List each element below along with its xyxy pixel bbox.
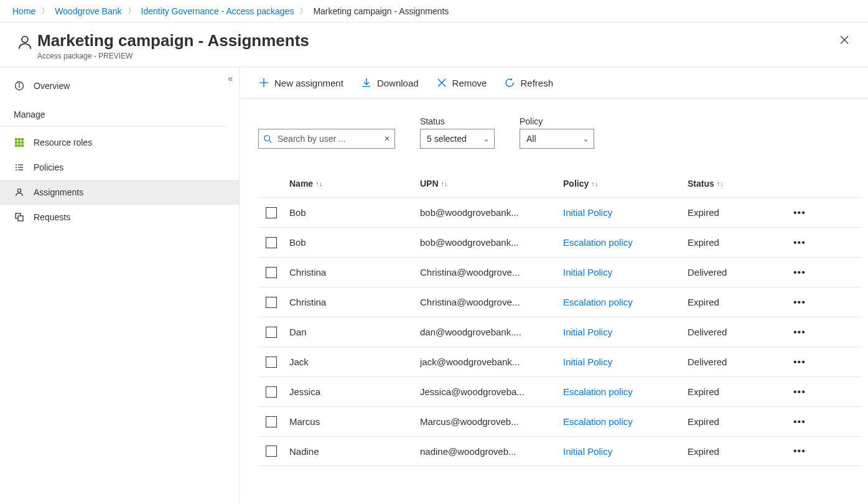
cell-policy-link[interactable]: Initial Policy — [563, 267, 688, 278]
sidebar-item-label: Requests — [34, 212, 70, 222]
cell-upn: nadine@woodgroveb... — [420, 446, 563, 457]
new-assignment-button[interactable]: New assignment — [258, 77, 343, 88]
sidebar-item-label: Resource roles — [34, 138, 92, 147]
cell-name: Bob — [289, 237, 420, 248]
chevron-right-icon: 〉 — [128, 6, 135, 16]
sidebar-item-requests[interactable]: Requests — [0, 205, 239, 230]
row-more-button[interactable]: ••• — [793, 446, 831, 457]
breadcrumb-home[interactable]: Home — [12, 6, 35, 16]
row-more-button[interactable]: ••• — [793, 267, 831, 278]
column-header-policy[interactable]: Policy↑↓ — [563, 179, 688, 189]
row-checkbox[interactable] — [266, 267, 277, 278]
cell-policy-link[interactable]: Escalation policy — [563, 416, 688, 427]
row-more-button[interactable]: ••• — [793, 297, 831, 308]
page-subtitle: Access package - PREVIEW — [37, 52, 833, 60]
row-checkbox[interactable] — [266, 357, 277, 368]
cell-policy-link[interactable]: Escalation policy — [563, 237, 688, 248]
sidebar-item-label: Policies — [34, 162, 63, 172]
table-row: Bobbob@woodgrovebank...Initial PolicyExp… — [258, 197, 862, 227]
cell-upn: dan@woodgrovebank.... — [420, 327, 563, 337]
row-checkbox[interactable] — [266, 327, 277, 338]
command-bar: New assignment Download Remove Refresh — [240, 67, 868, 99]
row-checkbox[interactable] — [266, 207, 277, 218]
sidebar-item-policies[interactable]: Policies — [0, 155, 239, 180]
cell-policy-link[interactable]: Escalation policy — [563, 386, 688, 397]
command-label: Remove — [452, 78, 487, 88]
sidebar-item-assignments[interactable]: Assignments — [0, 180, 239, 205]
svg-point-5 — [19, 83, 19, 84]
cell-status: Expired — [688, 297, 793, 307]
dropdown-value: 5 selected — [427, 134, 467, 144]
table-row: ChristinaChristina@woodgrove...Escalatio… — [258, 287, 862, 317]
cell-policy-link[interactable]: Initial Policy — [563, 327, 688, 337]
person-icon — [14, 187, 25, 198]
clear-search-button[interactable]: ✕ — [384, 134, 390, 143]
svg-point-0 — [22, 36, 28, 42]
collapse-sidebar-button[interactable]: « — [228, 73, 233, 83]
cell-policy-link[interactable]: Initial Policy — [563, 207, 688, 218]
table-row: Jackjack@woodgrovebank...Initial PolicyD… — [258, 347, 862, 376]
refresh-icon — [504, 77, 515, 88]
row-more-button[interactable]: ••• — [793, 386, 831, 398]
column-header-name[interactable]: Name↑↓ — [289, 179, 420, 189]
cell-policy-link[interactable]: Initial Policy — [563, 357, 688, 367]
svg-rect-9 — [15, 141, 17, 144]
row-checkbox[interactable] — [266, 297, 277, 308]
cell-policy-link[interactable]: Initial Policy — [563, 446, 688, 457]
svg-rect-10 — [18, 141, 21, 144]
sidebar-item-overview[interactable]: Overview — [0, 73, 239, 98]
cell-status: Expired — [688, 386, 793, 397]
plus-icon — [258, 77, 269, 88]
row-checkbox[interactable] — [266, 416, 277, 427]
person-icon — [16, 34, 34, 51]
cell-upn: Marcus@woodgroveb... — [420, 416, 563, 427]
status-filter-dropdown[interactable]: 5 selected ⌄ — [420, 129, 495, 149]
cell-name: Bob — [289, 207, 420, 218]
sort-icon: ↑↓ — [441, 180, 448, 187]
policy-filter-dropdown[interactable]: All ⌄ — [520, 129, 594, 149]
grid-icon — [14, 137, 25, 148]
assignments-table: Name↑↓ UPN↑↓ Policy↑↓ Status↑↓ Bobbob@wo… — [258, 170, 862, 466]
cell-name: Christina — [289, 267, 420, 278]
cell-name: Christina — [289, 297, 420, 307]
download-button[interactable]: Download — [361, 77, 419, 88]
svg-line-31 — [269, 141, 272, 143]
row-more-button[interactable]: ••• — [793, 357, 831, 368]
svg-rect-8 — [21, 138, 24, 141]
column-header-status[interactable]: Status↑↓ — [688, 179, 793, 189]
sidebar-item-label: Assignments — [34, 187, 83, 197]
row-more-button[interactable]: ••• — [793, 327, 831, 338]
search-input[interactable] — [258, 129, 395, 149]
close-button[interactable] — [833, 31, 856, 49]
svg-rect-11 — [21, 141, 24, 144]
cell-status: Expired — [688, 207, 793, 218]
x-icon — [436, 77, 447, 88]
svg-rect-12 — [15, 144, 17, 147]
page-title: Marketing campaign - Assignments — [37, 31, 833, 50]
svg-rect-13 — [18, 144, 21, 147]
table-row: Bobbob@woodgrovebank...Escalation policy… — [258, 227, 862, 257]
refresh-button[interactable]: Refresh — [504, 77, 553, 88]
breadcrumb-governance[interactable]: Identity Governance - Access packages — [141, 6, 294, 16]
cell-upn: jack@woodgrovebank... — [420, 357, 563, 367]
row-more-button[interactable]: ••• — [793, 207, 831, 218]
cell-name: Nadine — [289, 446, 420, 457]
row-checkbox[interactable] — [266, 446, 277, 457]
command-label: New assignment — [274, 78, 343, 88]
breadcrumb-tenant[interactable]: Woodgrove Bank — [55, 6, 121, 16]
row-more-button[interactable]: ••• — [793, 416, 831, 427]
command-label: Refresh — [520, 78, 553, 88]
cell-name: Dan — [289, 327, 420, 337]
copy-icon — [14, 212, 25, 223]
row-more-button[interactable]: ••• — [793, 237, 831, 248]
svg-rect-7 — [18, 138, 21, 141]
row-checkbox[interactable] — [266, 386, 277, 398]
policy-filter-label: Policy — [520, 116, 594, 126]
column-header-upn[interactable]: UPN↑↓ — [420, 179, 563, 189]
sort-icon: ↑↓ — [591, 180, 598, 187]
cell-policy-link[interactable]: Escalation policy — [563, 297, 688, 307]
sidebar-item-label: Overview — [34, 81, 70, 91]
sidebar-item-resource-roles[interactable]: Resource roles — [0, 130, 239, 155]
row-checkbox[interactable] — [266, 237, 277, 248]
remove-button[interactable]: Remove — [436, 77, 487, 88]
